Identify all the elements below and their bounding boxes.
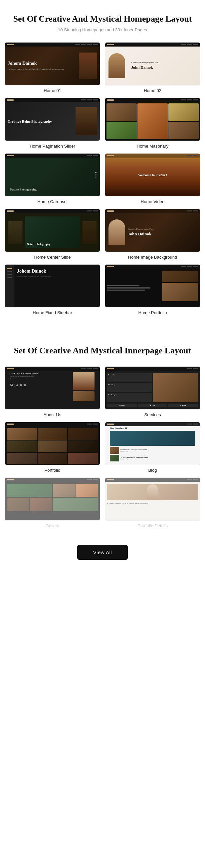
home-portfolio-screenshot [105, 264, 200, 308]
view-all-button[interactable]: View All [77, 545, 128, 560]
home-masonry-navlink [187, 99, 192, 100]
masonry-cell-1 [107, 103, 137, 121]
about-us-label: About Us [43, 412, 61, 417]
about-page-title: Wellcome our Pix2en Studio [10, 372, 71, 375]
home-pagination-navbar [5, 98, 100, 102]
about-stat-1: 50 · [10, 384, 13, 388]
home-masonry-item[interactable]: Home Masonary [105, 98, 200, 149]
gallery-item[interactable]: Gallery Fullwidth Gallery [5, 477, 100, 528]
service-card-1: Portrait [107, 373, 152, 382]
gallery-cell-6 [53, 498, 98, 511]
home-masonry-label: Home Masonary [137, 144, 168, 149]
home-fixed-sidebar-item[interactable]: Johom Dainok Hello my name is Johom Dain… [5, 264, 100, 315]
home02-text: Creative Photographer For... John Dainok [131, 61, 197, 70]
portfolio-content: Portfolio Text Down [5, 422, 100, 465]
blog-navlinks [187, 424, 198, 425]
about-logo [7, 368, 13, 369]
about-stat-label-2: · [14, 386, 18, 388]
home-image-bg-navlinks [187, 211, 198, 211]
home01-item[interactable]: Johom Dainok Hello my name is Johom Dain… [5, 42, 100, 93]
gallery-navbar [5, 478, 100, 482]
home-center-logo [7, 211, 13, 212]
about-photo-top [73, 372, 94, 390]
portfolio-details-content: Portfolio Details Creative later That is… [105, 478, 200, 507]
about-stat-label-3: · [20, 386, 22, 388]
home-carousel-navlinks [87, 155, 98, 156]
home-image-bg-item[interactable]: Creative Photographer For... John Dainok… [105, 209, 200, 260]
blog-text-1: Ullam repor a remu you consecutetur... C… [120, 449, 148, 452]
services-left-col: Portrait Wedding Landscape [107, 373, 152, 402]
blog-screenshot: Blog Standard 01 Ullam repor a remu you … [105, 422, 200, 465]
home-center-slide-item[interactable]: Nature Photography Home Center Slide [5, 209, 100, 260]
home-portfolio-item[interactable]: Home Portfolio [105, 264, 200, 315]
home01-label: Home 01 [43, 88, 61, 93]
gallery-cell-4 [7, 498, 29, 511]
services-screenshot: Services Portrait Wedding Landscape [105, 366, 200, 409]
portfolio-text-line [107, 287, 150, 288]
about-stats-row: 50 · 150 · 90 · [10, 384, 71, 388]
services-navbar [105, 367, 200, 371]
home-video-screenshot: Welcome to Pix2en ! [105, 153, 200, 196]
portfolio-img-top [162, 271, 198, 282]
home-center-navlink [93, 211, 98, 211]
gallery-cell-3 [76, 484, 98, 497]
home-carousel-item[interactable]: Nature Photography. Home Carousel [5, 153, 100, 204]
port-cell-1 [7, 428, 37, 440]
home-center-navlink [87, 211, 92, 211]
masonry-cell-5 [168, 122, 199, 139]
portfolio-details-logo [107, 479, 114, 480]
center-slide-next [83, 221, 97, 244]
fixed-sidebar-rail [5, 265, 14, 307]
view-all-section: View All [0, 535, 205, 573]
home-portfolio-navlink [187, 266, 192, 267]
home01-navlink [93, 44, 98, 45]
home-carousel-navbar [5, 154, 100, 158]
services-item[interactable]: Services Portrait Wedding Landscape [105, 366, 200, 417]
about-stat-label-1: · [10, 386, 13, 388]
pricing-card-3: ฿ 4,990 [168, 404, 198, 407]
home-image-bg-tagline: Creative Photographer For... [128, 228, 154, 230]
about-navlinks [81, 368, 98, 369]
home-pagination-item[interactable]: Creative Beige Photography. Home Paginat… [5, 98, 100, 149]
home-video-item[interactable]: Welcome to Pix2en ! Home Video [105, 153, 200, 204]
services-content: Services Portrait Wedding Landscape [105, 367, 200, 409]
portfolio-navlink [93, 424, 98, 425]
home01-screenshot: Johom Dainok Hello my name is Johom Dain… [5, 42, 100, 86]
blog-navlink [187, 424, 192, 425]
port-cell-6 [68, 440, 98, 452]
masonry-cell-4 [107, 122, 137, 139]
portfolio-details-navlinks [187, 479, 198, 480]
home01-navlinks [75, 44, 98, 45]
portfolio-details-item[interactable]: Portfolio Details Creative later That is… [105, 477, 200, 528]
portfolio-item[interactable]: Portfolio Text Down Portfolio [5, 422, 100, 473]
home-masonry-grid [105, 102, 200, 141]
portfolio-details-arch [147, 484, 158, 499]
home-masonry-navlinks [181, 99, 198, 100]
home-image-bg-logo [107, 211, 114, 212]
blog-page-title: Blog Standard 01 [110, 427, 195, 430]
port-cell-8 [38, 453, 67, 464]
about-us-item[interactable]: Wellcome our Pix2en Studio We're Pix2en,… [5, 366, 100, 417]
innerpage-grid: Wellcome our Pix2en Studio We're Pix2en,… [0, 360, 205, 535]
home-masonry-screenshot [105, 98, 200, 141]
home02-label: Home 02 [144, 88, 162, 93]
gallery-navlink [93, 479, 98, 480]
center-slide-main: Nature Photography [25, 216, 80, 248]
blog-item[interactable]: Blog Standard 01 Ullam repor a remu you … [105, 422, 200, 473]
section-divider [0, 322, 205, 332]
services-label: Services [144, 412, 161, 417]
home-center-navlinks [87, 211, 98, 211]
home01-content: Johom Dainok Hello my name is Johom Dain… [5, 46, 100, 85]
home02-item[interactable]: Creative Photographer For... John Dainok… [105, 42, 200, 93]
gallery-content: Gallery Fullwidth [5, 478, 100, 513]
home-video-text: Welcome to Pix2en ! [138, 173, 167, 177]
home-image-bg-text: Creative Photographer For... John Dainok [128, 228, 154, 237]
pricing-price-2: ฿ 1,990 [139, 404, 167, 406]
home02-navbar [105, 42, 200, 46]
port-cell-9 [68, 453, 98, 464]
sidebar-link-sim [7, 271, 12, 272]
home02-tagline: Creative Photographer For... [131, 61, 197, 64]
home02-screenshot: Creative Photographer For... John Dainok [105, 42, 200, 86]
home02-navlink [187, 44, 192, 45]
about-content: Wellcome our Pix2en Studio We're Pix2en,… [8, 369, 97, 407]
